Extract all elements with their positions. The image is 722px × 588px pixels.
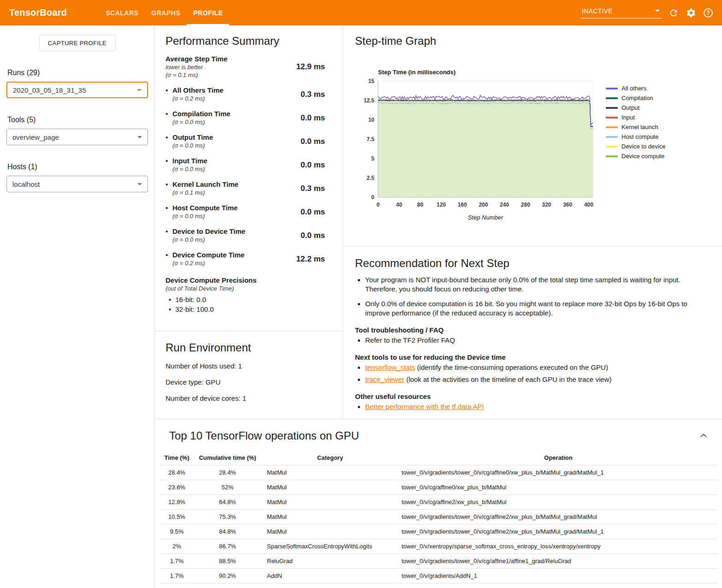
metric-sigma: (σ = 0.1 ms) xyxy=(166,71,227,79)
faq-heading: Tool troubleshooting / FAQ xyxy=(355,326,704,334)
table-cell: SparseSoftmaxCrossEntropyWithLogits xyxy=(261,539,399,554)
table-cell: 90.2% xyxy=(194,569,261,583)
metric-left: •Kernel Launch Time(σ = 0.1 ms) xyxy=(166,180,238,196)
svg-text:10: 10 xyxy=(368,117,375,123)
table-row: 2%86.7%SparseSoftmaxCrossEntropyWithLogi… xyxy=(160,539,717,554)
table-row: 1.7%90.2%AddNtower_0/v/gradients/AddN_1 xyxy=(160,569,717,583)
svg-text:2.5: 2.5 xyxy=(367,175,374,181)
metric-value: 0.3 ms xyxy=(301,90,325,99)
legend-label: Host compute xyxy=(621,133,658,140)
metric-name: All Others Time xyxy=(172,86,224,95)
table-cell: tower_0/v/cg/affine2/xw_plus_b/MatMul xyxy=(399,495,717,510)
metric-sigma: (σ = 0.0 ms) xyxy=(172,236,245,244)
table-row: 28.4%28.4%MatMultower_0/v/gradients/towe… xyxy=(160,465,717,480)
metric-text: Host Compute Time(σ = 0.0 ms) xyxy=(172,204,237,220)
legend-swatch xyxy=(606,88,618,89)
chart-legend: All othersCompilationOutputInputKernel l… xyxy=(606,83,665,221)
summary-metric-row: •All Others Time(σ = 0.2 ms)0.3 ms xyxy=(166,86,325,102)
bullet-icon: • xyxy=(166,157,172,173)
legend-label: Output xyxy=(621,104,639,111)
run-environment-line: Number of Hosts used: 1 xyxy=(166,362,331,370)
metric-value: 0.3 ms xyxy=(301,184,325,193)
svg-text:160: 160 xyxy=(458,202,467,208)
capture-profile-button[interactable]: CAPTURE PROFILE xyxy=(39,35,116,51)
refresh-icon xyxy=(669,8,679,18)
metric-left: •Compilation Time(σ = 0.0 ms) xyxy=(166,110,231,126)
metric-value: 0.0 ms xyxy=(301,113,325,123)
legend-label: Device compute xyxy=(621,153,664,160)
summary-metric-row: •Kernel Launch Time(σ = 0.1 ms)0.3 ms xyxy=(166,180,325,196)
legend-swatch xyxy=(606,146,618,148)
column-header-operation: Operation xyxy=(399,451,717,465)
legend-label: All others xyxy=(621,85,646,92)
metric-name: Compilation Time xyxy=(172,110,231,118)
metric-value: 0.0 ms xyxy=(301,160,325,170)
table-cell: tower_0/v/gradients/tower_0/v/cg/affine1… xyxy=(399,554,717,569)
step-time-chart-block: Step Time (in milliseconds) 02.557.51012… xyxy=(355,69,708,221)
table-cell: 1.7% xyxy=(160,554,194,569)
table-row: 1.7%88.5%ReluGradtower_0/v/gradients/tow… xyxy=(160,554,717,569)
metric-sigma: (σ = 0.0 ms) xyxy=(172,166,207,173)
metric-name: Average Step Time xyxy=(166,55,227,63)
table-cell: tower_0/v/xentropy/sparse_softmax_cross_… xyxy=(399,539,717,554)
legend-item: Output xyxy=(606,103,665,113)
table-cell: 1.7% xyxy=(160,569,194,583)
table-row: 23.6%52%MatMultower_0/v/cg/affine0/xw_pl… xyxy=(160,480,717,495)
table-cell: tower_0/v/cg/affine0/xw_plus_b/MatMul xyxy=(399,480,717,495)
top-ops-section: Top 10 TensorFlow operations on GPU Time… xyxy=(155,419,722,588)
main-tabs: SCALARS GRAPHS PROFILE xyxy=(99,0,229,25)
summary-metric-row: •Compilation Time(σ = 0.0 ms)0.0 ms xyxy=(166,110,325,126)
metric-text: Kernel Launch Time(σ = 0.1 ms) xyxy=(172,180,238,196)
legend-item: Host compute xyxy=(606,132,665,142)
resource-item: Better performance with the tf.data API xyxy=(365,402,704,411)
bullet-icon: • xyxy=(166,227,172,244)
help-button[interactable]: ? xyxy=(704,8,713,18)
tools-label: Tools (5) xyxy=(7,116,148,124)
metric-text: Device to Device Time(σ = 0.0 ms) xyxy=(172,227,245,244)
tensorflow-stats-link[interactable]: tensorflow_stats xyxy=(365,363,415,371)
recommendation-bullet: Only 0.0% of device computation is 16 bi… xyxy=(365,299,704,318)
runs-select[interactable]: 2020_03_05_18_31_35 xyxy=(6,82,148,98)
hosts-select[interactable]: localhost xyxy=(6,176,148,192)
sidebar: CAPTURE PROFILE Runs (29) 2020_03_05_18_… xyxy=(0,25,154,588)
metric-left: •Device to Device Time(σ = 0.0 ms) xyxy=(166,227,245,244)
main-content: Performance Summary Average Step Time lo… xyxy=(154,25,722,588)
hosts-label: Hosts (1) xyxy=(7,163,148,171)
status-dropdown[interactable]: INACTIVE xyxy=(580,7,661,18)
metric-text: Device Compute Time(σ = 0.2 ms) xyxy=(172,251,244,267)
metric-sigma: (σ = 0.2 ms) xyxy=(172,95,224,102)
top-app-bar: TensorBoard SCALARS GRAPHS PROFILE INACT… xyxy=(0,0,722,25)
table-row: 10.5%75.3%MatMultower_0/v/gradients/towe… xyxy=(160,510,717,524)
table-cell: MatMul xyxy=(261,510,399,524)
tab-graphs[interactable]: GRAPHS xyxy=(145,0,187,25)
run-environment-title: Run Environment xyxy=(166,341,331,354)
trace-viewer-link[interactable]: trace_viewer xyxy=(365,375,404,383)
legend-swatch xyxy=(606,155,618,157)
bullet-icon: • xyxy=(166,86,172,102)
tab-scalars[interactable]: SCALARS xyxy=(99,0,145,25)
refresh-button[interactable] xyxy=(669,8,679,18)
legend-label: Compilation xyxy=(621,95,653,101)
chart-title: Step Time (in milliseconds) xyxy=(378,69,708,76)
table-cell: 75.3% xyxy=(194,510,261,524)
precisions-note: (out of Total Device Time) xyxy=(166,285,325,292)
legend-item: Input xyxy=(606,113,665,122)
top-ops-table: Time (%) Cumulative time (%) Category Op… xyxy=(160,451,717,588)
svg-text:240: 240 xyxy=(500,202,509,208)
app-title: TensorBoard xyxy=(9,7,67,18)
table-row: 12.8%64.8%MatMultower_0/v/cg/affine2/xw_… xyxy=(160,495,717,510)
svg-text:15: 15 xyxy=(368,78,375,84)
bullet-icon: • xyxy=(166,133,172,149)
dropdown-caret-icon xyxy=(137,183,142,185)
settings-button[interactable] xyxy=(686,8,696,18)
tfdata-performance-link[interactable]: Better performance with the tf.data API xyxy=(365,403,484,410)
metric-name: Device Compute Time xyxy=(172,251,244,259)
precisions-list: 16-bit: 0.032-bit: 100.0 xyxy=(166,296,325,313)
collapse-section-button[interactable] xyxy=(697,429,710,442)
tools-select[interactable]: overview_page xyxy=(6,129,148,145)
metric-left: •Host Compute Time(σ = 0.0 ms) xyxy=(166,204,237,220)
tab-profile[interactable]: PROFILE xyxy=(187,0,229,25)
runs-select-value: 2020_03_05_18_31_35 xyxy=(13,86,86,94)
legend-swatch xyxy=(606,107,618,109)
table-cell: MatMul xyxy=(261,465,399,480)
